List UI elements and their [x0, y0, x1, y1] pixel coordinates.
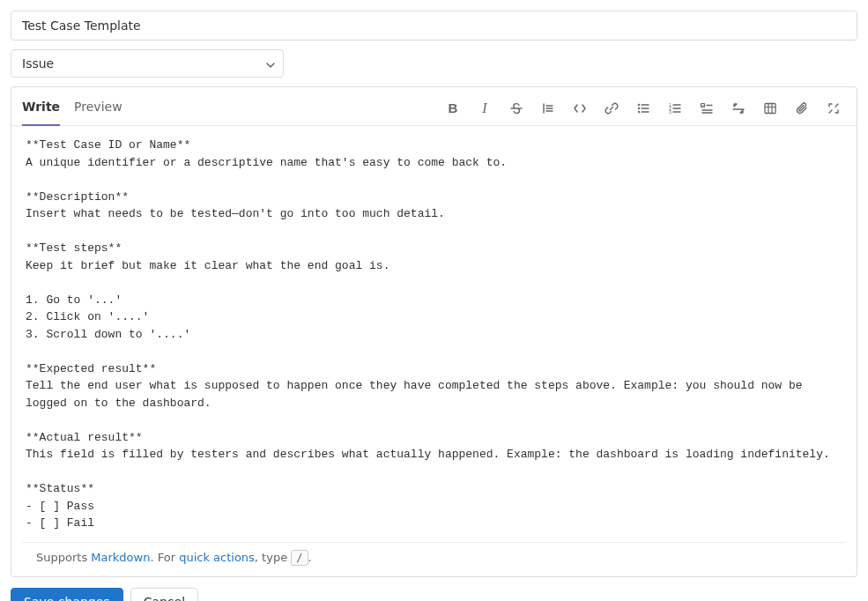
quick-actions-link[interactable]: quick actions — [179, 551, 255, 564]
italic-button[interactable]: I — [472, 96, 497, 121]
type-dropdown-label: Issue — [22, 56, 54, 70]
bullet-list-icon — [636, 101, 650, 115]
svg-point-0 — [638, 103, 640, 105]
table-button[interactable] — [758, 96, 783, 121]
fullscreen-button[interactable] — [821, 96, 846, 121]
link-icon — [605, 101, 619, 115]
numbered-list-icon: 123 — [668, 101, 682, 115]
svg-point-1 — [638, 107, 640, 108]
editor-tabs: Write Preview — [22, 91, 122, 125]
svg-text:3: 3 — [669, 108, 671, 114]
svg-point-2 — [638, 110, 640, 112]
bold-icon: B — [449, 100, 458, 115]
markdown-textarea[interactable] — [26, 137, 842, 532]
collapsible-button[interactable] — [726, 96, 751, 121]
numbered-list-button[interactable]: 123 — [663, 96, 687, 121]
bold-button[interactable]: B — [441, 96, 465, 121]
editor-toolbar: B I — [441, 96, 846, 121]
quote-button[interactable] — [536, 96, 560, 121]
italic-icon: I — [482, 100, 486, 116]
table-icon — [763, 101, 777, 115]
strikethrough-icon — [509, 101, 523, 115]
strikethrough-button[interactable] — [504, 96, 529, 121]
markdown-link[interactable]: Markdown — [91, 551, 150, 564]
attach-button[interactable] — [790, 96, 814, 121]
editor-footer: Supports Markdown. For quick actions, ty… — [22, 542, 846, 576]
editor-panel: Write Preview B I — [11, 86, 857, 577]
svg-rect-7 — [765, 103, 775, 113]
cancel-button[interactable]: Cancel — [130, 588, 198, 601]
editor-header: Write Preview B I — [11, 87, 857, 126]
bullet-list-button[interactable] — [631, 96, 656, 121]
editor-body — [11, 126, 857, 542]
footer-period: . — [308, 551, 312, 564]
task-list-icon — [700, 101, 714, 115]
type-dropdown-button[interactable]: Issue — [11, 49, 284, 78]
tab-preview[interactable]: Preview — [74, 91, 122, 126]
code-icon — [573, 101, 587, 115]
title-input[interactable] — [11, 11, 857, 41]
collapsible-icon — [731, 101, 746, 115]
code-button[interactable] — [568, 96, 592, 121]
footer-type-text: , type — [255, 551, 291, 564]
form-actions: Save changes Cancel — [11, 588, 857, 601]
footer-for-text: . For — [150, 551, 179, 564]
fullscreen-icon — [827, 101, 841, 115]
tab-write[interactable]: Write — [22, 91, 60, 126]
footer-supports-text: Supports — [36, 551, 91, 564]
quote-icon — [541, 101, 555, 115]
type-dropdown[interactable]: Issue — [11, 49, 284, 78]
slash-key: / — [291, 550, 308, 566]
save-button[interactable]: Save changes — [11, 588, 123, 601]
task-list-button[interactable] — [694, 96, 719, 121]
paperclip-icon — [795, 101, 809, 115]
link-button[interactable] — [599, 96, 624, 121]
